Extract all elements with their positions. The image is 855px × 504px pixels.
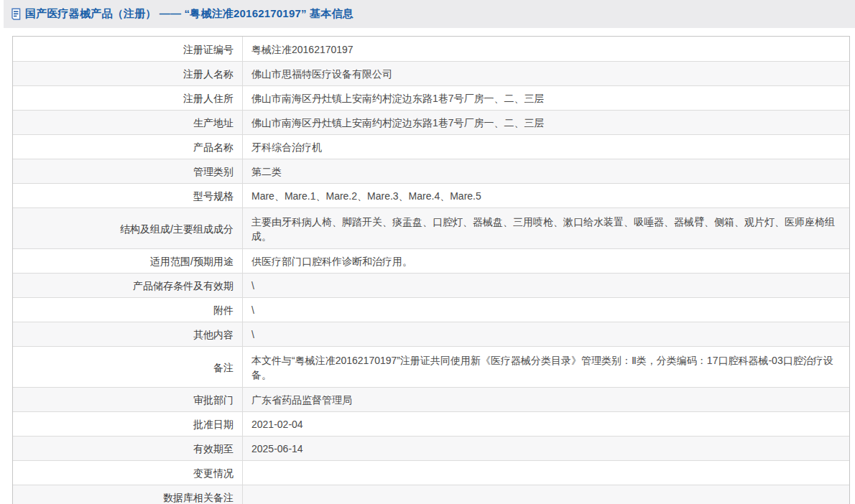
row-value: 本文件与“粤械注准20162170197”注册证共同使用新《医疗器械分类目录》管… [243, 347, 849, 387]
table-row: 其他内容 \ [13, 322, 849, 346]
table-row: 产品储存条件及有效期 \ [13, 273, 849, 297]
row-label: 生产地址 [13, 111, 243, 134]
page-header: 国产医疗器械产品（注册） —— “粤械注准20162170197” 基本信息 [4, 0, 855, 28]
row-label: 产品储存条件及有效期 [13, 274, 243, 297]
row-value: \ [243, 322, 849, 346]
row-label: 注册证编号 [13, 37, 243, 61]
row-label: 适用范围/预期用途 [13, 249, 243, 273]
row-value: Mare、Mare.1、Mare.2、Mare.3、Mare.4、Mare.5 [243, 184, 849, 207]
row-label: 结构及组成/主要组成成分 [13, 208, 243, 248]
row-label: 备注 [13, 347, 243, 387]
row-label: 注册人住所 [13, 86, 243, 110]
table-row: 生产地址 佛山市南海区丹灶镇上安南约村淀边东路1巷7号厂房一、二、三层 [13, 110, 849, 134]
row-label: 附件 [13, 298, 243, 322]
row-value: 佛山市南海区丹灶镇上安南约村淀边东路1巷7号厂房一、二、三层 [243, 86, 849, 110]
table-row: 型号规格 Mare、Mare.1、Mare.2、Mare.3、Mare.4、Ma… [13, 183, 849, 207]
table-row: 备注 本文件与“粤械注准20162170197”注册证共同使用新《医疗器械分类目… [13, 346, 849, 387]
row-value: 粤械注准20162170197 [243, 37, 849, 61]
row-label: 审批部门 [13, 388, 243, 411]
table-row: 有效期至 2025-06-14 [13, 436, 849, 460]
row-value: 牙科综合治疗机 [243, 135, 849, 159]
row-label: 批准日期 [13, 412, 243, 436]
row-value [243, 485, 849, 504]
row-value: 主要由牙科病人椅、脚踏开关、痰盂盘、口腔灯、器械盘、三用喷枪、漱口给水装置、吸唾… [243, 208, 849, 248]
row-value: 2021-02-04 [243, 412, 849, 436]
row-label: 型号规格 [13, 184, 243, 207]
row-value: 广东省药品监督管理局 [243, 388, 849, 411]
table-row: 数据库相关备注 [13, 485, 849, 504]
table-row: 附件 \ [13, 297, 849, 322]
row-value: 佛山市南海区丹灶镇上安南约村淀边东路1巷7号厂房一、二、三层 [243, 111, 849, 134]
table-row: 批准日期 2021-02-04 [13, 411, 849, 436]
row-value: 供医疗部门口腔科作诊断和治疗用。 [243, 249, 849, 273]
registration-info-table: 注册证编号 粤械注准20162170197 注册人名称 佛山市思福特医疗设备有限… [12, 36, 850, 504]
table-row: 注册证编号 粤械注准20162170197 [13, 37, 849, 61]
row-value: 佛山市思福特医疗设备有限公司 [243, 62, 849, 85]
row-value: 2025-06-14 [243, 437, 849, 460]
row-label: 产品名称 [13, 135, 243, 159]
row-label: 管理类别 [13, 159, 243, 183]
table-row: 注册人住所 佛山市南海区丹灶镇上安南约村淀边东路1巷7号厂房一、二、三层 [13, 85, 849, 110]
row-label: 有效期至 [13, 437, 243, 460]
row-value [243, 461, 849, 485]
row-value: 第二类 [243, 159, 849, 183]
row-label: 注册人名称 [13, 62, 243, 85]
table-row: 适用范围/预期用途 供医疗部门口腔科作诊断和治疗用。 [13, 248, 849, 273]
table-row: 结构及组成/主要组成成分 主要由牙科病人椅、脚踏开关、痰盂盘、口腔灯、器械盘、三… [13, 207, 849, 248]
page-title: 国产医疗器械产品（注册） —— “粤械注准20162170197” 基本信息 [25, 7, 353, 21]
table-row: 产品名称 牙科综合治疗机 [13, 134, 849, 159]
table-row: 管理类别 第二类 [13, 159, 849, 183]
row-label: 其他内容 [13, 322, 243, 346]
table-row: 变更情况 [13, 460, 849, 485]
row-value: \ [243, 274, 849, 297]
document-icon [10, 8, 22, 21]
row-label: 数据库相关备注 [13, 485, 243, 504]
table-row: 审批部门 广东省药品监督管理局 [13, 387, 849, 411]
table-row: 注册人名称 佛山市思福特医疗设备有限公司 [13, 61, 849, 85]
row-value: \ [243, 298, 849, 322]
row-label: 变更情况 [13, 461, 243, 485]
